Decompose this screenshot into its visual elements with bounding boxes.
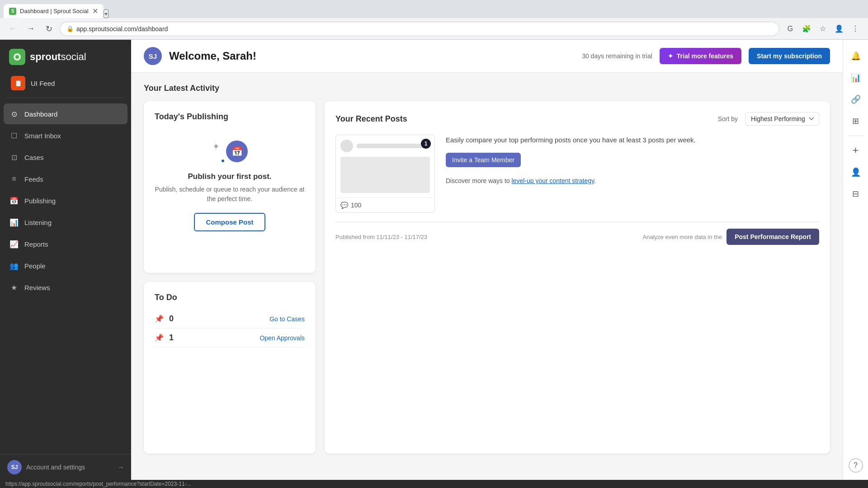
analytics-button[interactable]: 📊 [847,69,865,87]
recent-posts-card: Your Recent Posts Sort by Highest Perfor… [325,101,830,454]
address-bar[interactable]: 🔒 app.sproutsocial.com/dashboard [60,22,779,36]
left-panel: Today's Publishing + 📅 Publish your firs… [144,101,316,454]
menu-icon[interactable]: ⋮ [848,22,863,36]
todo-row-cases: 📌 0 Go to Cases [155,310,305,328]
status-bar: https://app.sproutsocial.com/reports/pos… [0,480,868,488]
people-icon: 👥 [9,261,19,271]
calendar-icon: 📅 [226,141,248,162]
bookmark-icon[interactable]: ☆ [816,22,830,36]
publish-empty-state: + 📅 Publish your first post. Publish, sc… [155,131,305,239]
recent-posts-header: Your Recent Posts Sort by Highest Perfor… [335,112,819,126]
person-add-button[interactable]: 👤 [847,163,865,181]
publishing-icon: 📅 [9,196,19,206]
refresh-button[interactable]: ↻ [42,22,56,36]
logo-icon [9,49,25,65]
welcome-message: Welcome, Sarah! [169,50,256,62]
sidebar-item-reviews[interactable]: ★ Reviews [4,277,127,298]
pin-icon-2: 📌 [155,333,164,342]
add-button[interactable]: + [847,141,865,160]
lock-icon: 🔒 [66,25,74,32]
sort-select[interactable]: Highest Performing [745,112,819,126]
trial-features-button[interactable]: ✦ Trial more features [660,48,741,64]
feeds-icon: ≡ [9,174,19,184]
tab-title: Dashboard | Sprout Social [20,8,89,14]
sidebar-item-people[interactable]: 👥 People [4,255,127,276]
compose-post-button[interactable]: Compose Post [194,213,265,231]
todo-count-cases: 0 [169,314,174,324]
publishing-card-title: Today's Publishing [155,112,305,122]
browser-tabs: S Dashboard | Sprout Social ✕ + [0,0,868,18]
dot-icon [222,160,224,162]
browser-actions: G 🧩 ☆ 👤 ⋮ [783,22,863,36]
back-button[interactable]: ← [5,22,20,36]
comment-count: 100 [351,202,361,209]
browser-chrome: S Dashboard | Sprout Social ✕ + ← → ↻ 🔒 … [0,0,868,40]
sidebar-item-publishing[interactable]: 📅 Publishing [4,190,127,211]
todo-card-title: To Do [155,293,305,302]
profile-icon[interactable]: 👤 [832,22,846,36]
start-subscription-button[interactable]: Start my subscription [749,48,830,64]
tab-close-button[interactable]: ✕ [92,7,98,15]
sidebar-item-label: Listening [24,219,52,226]
go-to-cases-link[interactable]: Go to Cases [269,315,305,323]
post-avatar [340,140,353,152]
reports-icon: 📈 [9,239,19,249]
notifications-button[interactable]: 🔔 [847,47,865,65]
post-performance-report-button[interactable]: Post Performance Report [726,229,819,245]
content-area: Your Latest Activity Today's Publishing … [131,73,843,480]
forward-button[interactable]: → [24,22,38,36]
tab-favicon: S [9,8,16,15]
todo-card: To Do 📌 0 Go to Cases 📌 1 Open Approvals [144,282,316,454]
post-number: 1 [421,139,431,149]
sidebar-item-label: Reports [24,240,48,248]
footer-arrow-icon: → [118,464,124,471]
sidebar-item-label: Dashboard [24,110,57,118]
content-strategy-link[interactable]: level-up your content strategy [511,177,594,184]
post-preview-header [336,135,434,157]
svg-point-1 [15,55,19,59]
recent-posts-title: Your Recent Posts [335,114,407,124]
status-url: https://app.sproutsocial.com/reports/pos… [5,481,191,487]
posts-message: Easily compare your top performing posts… [446,135,819,186]
todo-row-approvals: 📌 1 Open Approvals [155,328,305,347]
sidebar-item-label: Cases [24,154,44,161]
sidebar-item-label: Publishing [24,197,56,205]
address-text: app.sproutsocial.com/dashboard [76,25,168,33]
extensions-icon[interactable]: 🧩 [799,22,814,36]
feed-label: UI Feed [31,80,55,87]
post-footer: 💬 100 [336,197,434,212]
comment-icon: 💬 [340,202,348,209]
footer-label: Account and settings [26,464,85,471]
table-button[interactable]: ⊟ [847,185,865,203]
new-tab-button[interactable]: + [104,9,109,18]
help-button[interactable]: ? [849,458,863,473]
sidebar-item-label: Smart Inbox [24,132,61,140]
browser-tab-active[interactable]: S Dashboard | Sprout Social ✕ [4,4,104,18]
sidebar-item-listening[interactable]: 📊 Listening [4,212,127,233]
analyze-section: Analyze even more data in the Post Perfo… [643,229,819,245]
sidebar-account-settings[interactable]: SJ Account and settings → [0,454,131,480]
sidebar-item-cases[interactable]: ⊡ Cases [4,147,127,168]
dashboard-icon: ⊙ [9,109,19,119]
main-header: SJ Welcome, Sarah! 30 days remaining in … [131,40,843,73]
open-approvals-link[interactable]: Open Approvals [259,334,305,342]
logo-sprout: sprout [30,51,61,62]
browser-toolbar: ← → ↻ 🔒 app.sproutsocial.com/dashboard G… [0,18,868,40]
post-image-placeholder [340,157,430,193]
google-icon[interactable]: G [783,22,797,36]
posts-discover: Discover more ways to level-up your cont… [446,176,819,186]
posts-date-bar: Published from 11/11/23 - 11/17/23 Analy… [335,222,819,245]
invite-team-member-button[interactable]: Invite a Team Member [446,153,521,167]
cards-row: Today's Publishing + 📅 Publish your firs… [144,101,830,454]
sidebar-item-label: People [24,262,46,270]
link-button[interactable]: 🔗 [847,90,865,108]
sidebar-item-dashboard[interactable]: ⊙ Dashboard [4,103,127,124]
right-sidebar-divider [849,136,863,136]
posts-message-text: Easily compare your top performing posts… [446,135,819,145]
sidebar-feed-item[interactable]: 📋 UI Feed [4,72,127,94]
sidebar-item-feeds[interactable]: ≡ Feeds [4,169,127,189]
sidebar-item-reports[interactable]: 📈 Reports [4,234,127,254]
sidebar-item-smart-inbox[interactable]: ☐ Smart Inbox [4,125,127,146]
right-sidebar: 🔔 📊 🔗 ⊞ + 👤 ⊟ ? [843,40,868,480]
grid-button[interactable]: ⊞ [847,112,865,130]
